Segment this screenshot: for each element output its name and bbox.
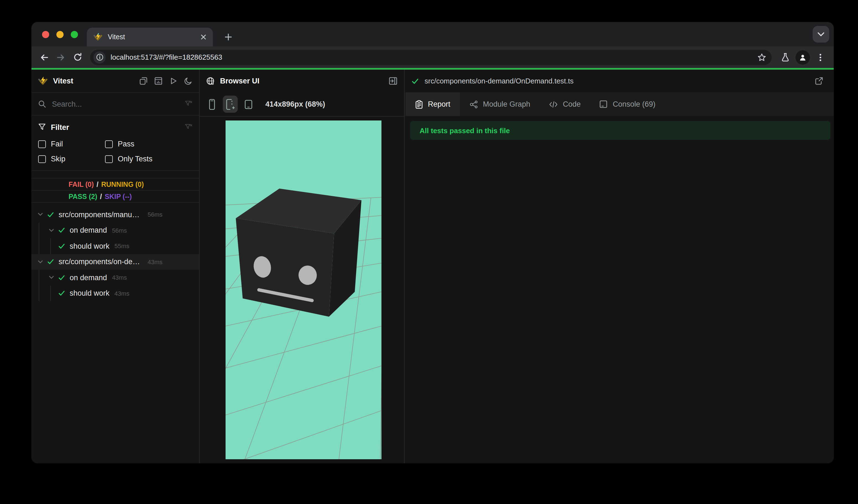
browser-toolbar: localhost:5173/#/?file=1828625563 (32, 46, 834, 68)
filter-checkbox-skip[interactable]: Skip (38, 155, 105, 163)
fail-count: FAIL (0) (68, 180, 94, 188)
report-panel: src/components/on-demand/OnDemand.test.t… (405, 70, 834, 463)
minimize-window-button[interactable] (57, 31, 64, 38)
zoom-window-button[interactable] (71, 31, 78, 38)
sidebar-header: Vitest (32, 70, 199, 92)
tab-module-graph[interactable]: Module Graph (460, 92, 540, 116)
globe-icon (206, 77, 214, 85)
pass-check-icon (58, 274, 65, 281)
person-icon (796, 50, 810, 64)
filter-options: Fail Pass Skip Only Tests (38, 140, 192, 163)
robot-cube-scene (225, 120, 381, 459)
pass-check-icon (58, 227, 65, 234)
viewport-size-label: 414x896px (68%) (265, 100, 325, 108)
module-graph-icon (469, 100, 478, 109)
tab-report[interactable]: Report (406, 92, 460, 116)
report-header: src/components/on-demand/OnDemand.test.t… (405, 70, 834, 92)
report-body: All tests passed in this file (405, 116, 834, 463)
collapse-panels-icon[interactable] (139, 77, 148, 85)
pass-check-icon (58, 290, 65, 297)
pass-check-icon (47, 211, 54, 218)
checkbox (38, 155, 46, 163)
experiments-flask-icon[interactable] (776, 48, 794, 66)
filter-checkbox-pass[interactable]: Pass (105, 140, 192, 148)
test-tree: src/components/manual/… 56ms on demand 5… (32, 207, 199, 463)
url-text: localhost:5173/#/?file=1828625563 (111, 53, 755, 61)
tested-page-iframe[interactable] (225, 120, 381, 459)
all-tests-passed-banner: All tests passed in this file (410, 121, 830, 140)
browser-window: Vitest (32, 22, 834, 463)
tab-close-icon[interactable] (198, 32, 208, 42)
chevron-down-icon[interactable] (37, 259, 44, 265)
dashboard-report-icon[interactable] (154, 77, 162, 85)
forward-button[interactable] (52, 49, 69, 65)
device-phone-custom-button[interactable] (223, 96, 238, 113)
close-window-button[interactable] (42, 31, 49, 38)
filter-funnel-icon (38, 123, 46, 131)
search-input[interactable] (51, 99, 185, 109)
chevron-down-icon[interactable] (48, 275, 55, 280)
dock-panel-icon[interactable] (388, 77, 397, 85)
tree-row-test[interactable]: should work 43ms (32, 286, 199, 301)
browser-menu-icon[interactable] (812, 48, 829, 66)
tab-console[interactable]: Console (69) (590, 92, 665, 116)
tree-row-suite[interactable]: on demand 43ms (32, 270, 199, 286)
profile-avatar[interactable] (794, 48, 812, 66)
search-row (32, 92, 199, 115)
filter-checkbox-fail[interactable]: Fail (38, 140, 105, 148)
chevron-down-icon[interactable] (48, 228, 55, 233)
window-controls (42, 31, 78, 38)
pass-count: PASS (2) (68, 193, 97, 200)
vitest-favicon (93, 33, 102, 42)
tab-search-button[interactable] (813, 26, 829, 43)
device-toolbar: 414x896px (68%) (200, 92, 404, 117)
tab-title: Vitest (108, 33, 198, 41)
run-all-play-icon[interactable] (169, 77, 177, 85)
panel-title: Browser UI (220, 77, 259, 85)
bookmark-star-icon[interactable] (755, 51, 768, 64)
site-info-icon[interactable] (93, 51, 106, 63)
device-phone-small-button[interactable] (205, 96, 220, 113)
vitest-logo (38, 76, 48, 86)
robot-cube (236, 189, 362, 316)
test-summary: FAIL (0) / RUNNING (0) PASS (2) / SKIP (… (32, 178, 199, 203)
app-title: Vitest (53, 77, 73, 85)
sidebar: Vitest (32, 70, 200, 463)
tab-code[interactable]: Code (540, 92, 590, 116)
browser-ui-panel: Browser UI 414x896px (200, 70, 405, 463)
dark-mode-moon-icon[interactable] (184, 77, 192, 85)
clear-filter-icon[interactable] (185, 100, 192, 108)
tree-row-suite[interactable]: on demand 56ms (32, 223, 199, 238)
tab-strip: Vitest (32, 22, 834, 46)
back-button[interactable] (36, 49, 52, 65)
tree-row-file-selected[interactable]: src/components/on-dema… 43ms (32, 254, 199, 270)
summary-line-1: FAIL (0) / RUNNING (0) (32, 179, 199, 191)
new-tab-button[interactable] (221, 29, 236, 45)
test-file-path: src/components/on-demand/OnDemand.test.t… (425, 77, 574, 85)
chevron-down-icon[interactable] (37, 212, 44, 217)
screen: Vitest (0, 0, 858, 504)
console-icon (600, 100, 608, 108)
reload-button[interactable] (69, 49, 86, 65)
tree-row-test[interactable]: should work 55ms (32, 238, 199, 254)
address-bar[interactable]: localhost:5173/#/?file=1828625563 (90, 49, 772, 65)
filter-title: Filter (51, 123, 69, 131)
clear-all-filters-icon[interactable] (185, 123, 192, 131)
pass-check-icon (47, 258, 54, 265)
browser-ui-header: Browser UI (200, 70, 404, 92)
report-clipboard-icon (415, 100, 423, 109)
filter-checkbox-only-tests[interactable]: Only Tests (105, 155, 192, 163)
browser-tab[interactable]: Vitest (87, 28, 213, 46)
pass-check-icon (411, 77, 419, 85)
summary-line-2: PASS (2) / SKIP (--) (32, 191, 199, 203)
open-external-icon[interactable] (815, 77, 823, 85)
preview-canvas (200, 117, 404, 463)
filter-section: Filter Fail Pass Skip Only Tests (32, 115, 199, 171)
checkbox (105, 155, 113, 163)
running-count: RUNNING (0) (101, 180, 144, 188)
search-icon (38, 100, 46, 108)
device-tablet-button[interactable] (241, 96, 256, 113)
checkbox (38, 140, 46, 148)
pass-check-icon (58, 243, 65, 250)
tree-row-file[interactable]: src/components/manual/… 56ms (32, 207, 199, 223)
